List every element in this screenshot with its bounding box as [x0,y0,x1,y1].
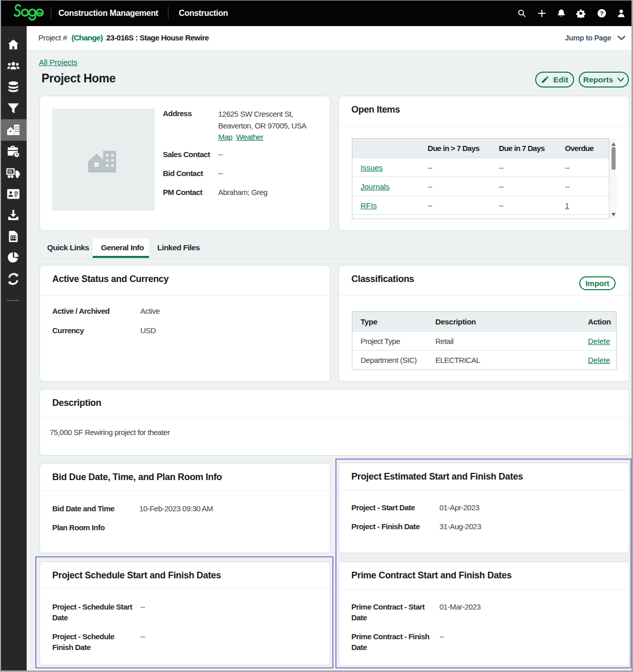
svg-text:?: ? [600,10,604,16]
